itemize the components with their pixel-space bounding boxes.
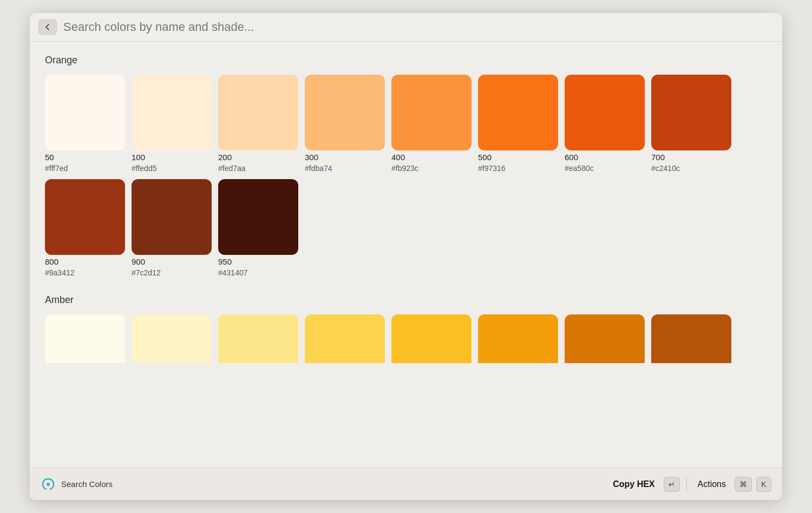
color-swatch bbox=[45, 179, 125, 255]
color-swatch bbox=[45, 75, 125, 150]
color-hex: #431407 bbox=[218, 268, 298, 277]
orange-section-title: Orange bbox=[45, 55, 767, 66]
color-hex: #c2410c bbox=[651, 164, 731, 173]
color-swatch bbox=[45, 314, 125, 363]
color-shade: 300 bbox=[305, 153, 385, 162]
color-swatch bbox=[132, 75, 212, 150]
color-swatch bbox=[132, 314, 212, 363]
enter-key-badge: ↵ bbox=[664, 477, 680, 492]
color-hex: #ea580c bbox=[565, 164, 645, 173]
color-card[interactable]: 50 #fff7ed bbox=[45, 75, 125, 173]
color-card[interactable]: 100 #ffedd5 bbox=[132, 75, 212, 173]
amber-section-title: Amber bbox=[45, 294, 767, 306]
back-button[interactable] bbox=[38, 19, 57, 35]
color-card[interactable]: 700 #c2410c bbox=[651, 75, 731, 173]
color-shade: 700 bbox=[651, 153, 731, 162]
color-swatch bbox=[218, 314, 298, 363]
color-swatch bbox=[218, 75, 298, 150]
color-swatch bbox=[218, 179, 298, 255]
k-key-badge: K bbox=[756, 477, 771, 492]
color-hex: #f97316 bbox=[478, 164, 558, 173]
color-card[interactable] bbox=[478, 314, 558, 363]
color-swatch bbox=[478, 75, 558, 150]
color-hex: #fb923c bbox=[391, 164, 472, 173]
color-card[interactable]: 300 #fdba74 bbox=[305, 75, 385, 173]
color-shade: 900 bbox=[132, 257, 212, 266]
color-swatch bbox=[651, 314, 731, 363]
color-hex: #fed7aa bbox=[218, 164, 298, 173]
bottom-bar: Search Colors Copy HEX ↵ Actions ⌘ K bbox=[30, 468, 782, 500]
app-logo-icon bbox=[41, 477, 56, 492]
color-card[interactable] bbox=[565, 314, 645, 363]
color-shade: 50 bbox=[45, 153, 125, 162]
bottom-logo: Search Colors bbox=[41, 477, 608, 492]
color-card[interactable]: 500 #f97316 bbox=[478, 75, 558, 173]
color-card[interactable]: 200 #fed7aa bbox=[218, 75, 298, 173]
color-card[interactable] bbox=[391, 314, 472, 363]
search-bar bbox=[30, 13, 782, 42]
amber-color-grid bbox=[45, 314, 767, 363]
bottom-app-name: Search Colors bbox=[61, 479, 113, 489]
color-swatch bbox=[391, 75, 472, 150]
color-card[interactable] bbox=[218, 314, 298, 363]
color-card[interactable] bbox=[651, 314, 731, 363]
svg-point-0 bbox=[47, 483, 50, 486]
bottom-actions: Copy HEX ↵ Actions ⌘ K bbox=[608, 477, 771, 492]
color-card[interactable]: 900 #7c2d12 bbox=[132, 179, 212, 277]
orange-color-grid: 50 #fff7ed 100 #ffedd5 200 #fed7aa 300 #… bbox=[45, 75, 767, 277]
color-shade: 800 bbox=[45, 257, 125, 266]
color-swatch bbox=[132, 179, 212, 255]
color-hex: #9a3412 bbox=[45, 268, 125, 277]
copy-hex-button[interactable]: Copy HEX bbox=[608, 477, 659, 491]
amber-section: Amber bbox=[45, 294, 767, 363]
color-card[interactable]: 600 #ea580c bbox=[565, 75, 645, 173]
color-swatch bbox=[565, 314, 645, 363]
color-shade: 500 bbox=[478, 153, 558, 162]
color-hex: #fdba74 bbox=[305, 164, 385, 173]
color-card[interactable] bbox=[305, 314, 385, 363]
color-swatch bbox=[391, 314, 472, 363]
color-card[interactable] bbox=[132, 314, 212, 363]
color-card[interactable]: 800 #9a3412 bbox=[45, 179, 125, 277]
color-hex: #7c2d12 bbox=[132, 268, 212, 277]
color-swatch bbox=[305, 75, 385, 150]
color-hex: #ffedd5 bbox=[132, 164, 212, 173]
content-area: Orange 50 #fff7ed 100 #ffedd5 200 #fed7a… bbox=[30, 42, 782, 468]
app-window: Orange 50 #fff7ed 100 #ffedd5 200 #fed7a… bbox=[30, 13, 782, 500]
actions-button[interactable]: Actions bbox=[693, 477, 730, 491]
color-swatch bbox=[305, 314, 385, 363]
orange-section: Orange 50 #fff7ed 100 #ffedd5 200 #fed7a… bbox=[45, 55, 767, 277]
search-input[interactable] bbox=[63, 20, 774, 34]
color-shade: 950 bbox=[218, 257, 298, 266]
cmd-key-badge: ⌘ bbox=[735, 477, 752, 492]
color-shade: 200 bbox=[218, 153, 298, 162]
color-swatch bbox=[651, 75, 731, 150]
color-swatch bbox=[478, 314, 558, 363]
back-icon bbox=[44, 23, 51, 31]
color-swatch bbox=[565, 75, 645, 150]
color-shade: 400 bbox=[391, 153, 472, 162]
color-shade: 100 bbox=[132, 153, 212, 162]
divider bbox=[686, 478, 687, 491]
color-card[interactable] bbox=[45, 314, 125, 363]
color-shade: 600 bbox=[565, 153, 645, 162]
color-card[interactable]: 400 #fb923c bbox=[391, 75, 472, 173]
color-hex: #fff7ed bbox=[45, 164, 125, 173]
color-card[interactable]: 950 #431407 bbox=[218, 179, 298, 277]
